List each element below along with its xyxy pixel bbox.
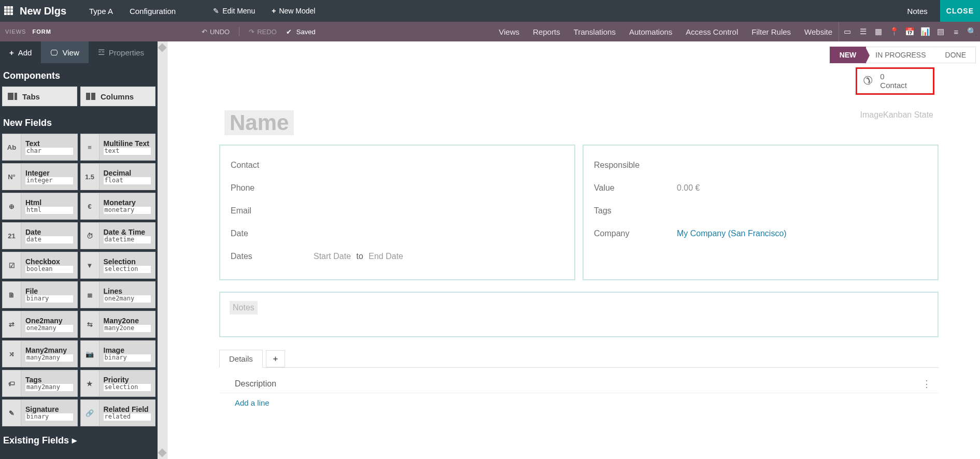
field-type-icon: ⊕	[3, 193, 21, 219]
component-columns-label: Columns	[101, 92, 134, 101]
view-pivot-icon[interactable]: ▤	[936, 27, 945, 36]
link-reports[interactable]: Reports	[533, 27, 560, 36]
field-name: Image	[104, 346, 151, 354]
field-binary-10[interactable]: 🗎Filebinary	[2, 281, 78, 308]
apps-icon[interactable]	[4, 6, 13, 16]
label-date: Date	[231, 229, 314, 238]
field-datetime-7[interactable]: ⏱Date & Timedatetime	[80, 222, 156, 249]
field-value[interactable]: 0.00 €	[677, 183, 700, 193]
field-date-6[interactable]: 21Datedate	[2, 222, 78, 249]
sidebar-tab-view[interactable]: 🖵View	[41, 41, 88, 63]
column-description: Description	[235, 379, 276, 389]
name-field[interactable]: Name	[224, 110, 294, 135]
link-views[interactable]: Views	[499, 27, 520, 36]
kebab-icon[interactable]: ⋮	[922, 378, 931, 390]
component-tabs[interactable]: Tabs	[2, 87, 77, 106]
pencil-icon: ✎	[213, 7, 219, 15]
field-integer-2[interactable]: N°Integerinteger	[2, 163, 78, 190]
field-type: binary	[25, 295, 73, 303]
field-type-icon: €	[81, 193, 100, 219]
undo-button[interactable]: ↶UNDO	[202, 28, 230, 36]
field-selection-9[interactable]: ▼Selectionselection	[80, 252, 156, 279]
field-float-3[interactable]: 1.5Decimalfloat	[80, 163, 156, 190]
field-type-icon: ☑	[3, 252, 21, 278]
field-type-icon: 🗎	[3, 282, 21, 308]
field-monetary-5[interactable]: €Monetarymonetary	[80, 193, 156, 220]
new-model-link[interactable]: +New Model	[263, 7, 323, 15]
link-filter-rules[interactable]: Filter Rules	[751, 27, 791, 36]
field-one2many-12[interactable]: ⇄One2manyone2many	[2, 311, 78, 338]
field-name: Html	[25, 198, 73, 207]
field-type-icon: 21	[3, 223, 21, 249]
edit-menu-link[interactable]: ✎Edit Menu	[205, 7, 263, 15]
field-type-icon: N°	[3, 164, 21, 190]
link-access-control[interactable]: Access Control	[686, 27, 738, 36]
field-binary-18[interactable]: ✎Signaturebinary	[2, 399, 78, 426]
view-list-icon[interactable]: ☰	[859, 27, 867, 36]
notes-box[interactable]: Notes	[219, 292, 939, 337]
existing-fields-heading[interactable]: Existing Fields ▸	[0, 426, 158, 448]
close-button[interactable]: CLOSE	[940, 0, 980, 22]
view-calendar-icon[interactable]: 📅	[905, 27, 914, 36]
view-graph-icon[interactable]: 📊	[921, 27, 929, 36]
link-automations[interactable]: Automations	[629, 27, 672, 36]
field-name: Signature	[25, 405, 73, 413]
start-date-placeholder[interactable]: Start Date	[314, 252, 351, 261]
label-value: Value	[594, 183, 677, 193]
status-new[interactable]: NEW	[830, 47, 867, 63]
field-boolean-8[interactable]: ☑Checkboxboolean	[2, 252, 78, 279]
field-many2many-14[interactable]: ⤨Many2manymany2many	[2, 340, 78, 367]
field-html-4[interactable]: ⊕Htmlhtml	[2, 193, 78, 220]
notes-link[interactable]: Notes	[899, 7, 936, 16]
smart-button-contact[interactable]: ✆ 0 Contact	[856, 67, 934, 95]
link-website[interactable]: Website	[804, 27, 832, 36]
field-many2one-13[interactable]: ⇆Many2onemany2one	[80, 311, 156, 338]
field-type: html	[25, 207, 73, 214]
tab-details[interactable]: Details	[219, 350, 263, 368]
field-company[interactable]: My Company (San Francisco)	[677, 229, 787, 238]
sidebar-tab-properties[interactable]: ☲Properties	[89, 41, 153, 63]
link-translations[interactable]: Translations	[574, 27, 616, 36]
field-type: many2many	[25, 354, 73, 362]
sidebar-scrollbar[interactable]	[158, 41, 167, 459]
field-selection-17[interactable]: ★Priorityselection	[80, 370, 156, 397]
sidebar-tab-add[interactable]: +Add	[0, 41, 41, 63]
add-tab-button[interactable]: ＋	[266, 350, 285, 367]
view-form-icon[interactable]: ▭	[843, 27, 851, 36]
view-search-icon[interactable]: 🔍	[968, 27, 976, 36]
smart-button-label: Contact	[880, 81, 907, 90]
sidebar-tab-view-label: View	[62, 48, 79, 57]
component-columns[interactable]: Columns	[80, 87, 155, 106]
field-type-icon: ≡	[81, 134, 100, 160]
image-kanban-state[interactable]: ImageKanban State	[860, 110, 933, 120]
redo-button[interactable]: ↷REDO	[249, 28, 277, 36]
view-activity-icon[interactable]: ≡	[952, 27, 960, 36]
menu-configuration[interactable]: Configuration	[121, 7, 184, 16]
field-related-19[interactable]: 🔗Related Fieldrelated	[80, 399, 156, 426]
undo-label: UNDO	[210, 28, 230, 36]
field-name: Lines	[104, 287, 151, 295]
add-a-line[interactable]: Add a line	[219, 393, 939, 423]
field-type-icon: ✎	[3, 400, 21, 426]
field-name: Related Field	[104, 405, 151, 413]
field-dates[interactable]: Start Date to End Date	[314, 252, 403, 261]
view-map-icon[interactable]: 📍	[890, 27, 898, 36]
field-one2many-11[interactable]: ≣Linesone2many	[80, 281, 156, 308]
field-type: selection	[104, 384, 151, 391]
scroll-up-icon	[158, 44, 167, 52]
view-kanban-icon[interactable]: ▦	[874, 27, 883, 36]
status-in-progress[interactable]: IN PROGRESS	[866, 47, 935, 63]
status-done[interactable]: DONE	[936, 47, 976, 63]
notes-placeholder: Notes	[230, 301, 258, 314]
field-name: Many2many	[25, 346, 73, 354]
field-type: date	[25, 236, 73, 243]
menu-type-a[interactable]: Type A	[81, 7, 121, 16]
field-char-0[interactable]: AbTextchar	[2, 134, 78, 161]
field-type: integer	[25, 177, 73, 184]
end-date-placeholder[interactable]: End Date	[368, 252, 403, 261]
field-many2many-16[interactable]: 🏷Tagsmany2many	[2, 370, 78, 397]
label-phone: Phone	[231, 183, 314, 193]
field-text-1[interactable]: ≡Multiline Texttext	[80, 134, 156, 161]
status-bar[interactable]: NEW IN PROGRESS DONE	[830, 47, 976, 63]
field-binary-15[interactable]: 📷Imagebinary	[80, 340, 156, 367]
